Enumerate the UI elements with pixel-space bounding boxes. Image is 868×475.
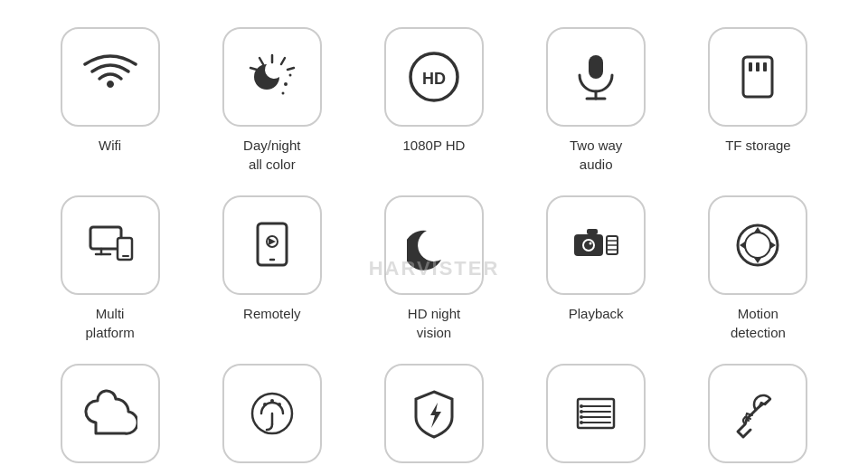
wrench-icon xyxy=(731,386,785,441)
svg-point-40 xyxy=(278,403,281,406)
hd-icon: HD xyxy=(407,50,461,104)
feature-playback2: Playback xyxy=(523,364,670,475)
feature-recording: Recording xyxy=(198,364,345,475)
night-vision-label: HD nightvision xyxy=(408,304,460,342)
microphone-icon xyxy=(569,50,623,104)
sd-card-icon xyxy=(731,50,785,104)
svg-point-7 xyxy=(281,92,284,95)
svg-point-35 xyxy=(745,233,770,258)
multi-platform-label: Multiplatform xyxy=(86,304,135,342)
cloud-icon-box xyxy=(61,364,160,463)
remotely-icon-box xyxy=(222,195,322,295)
multi-platform-icon xyxy=(83,218,137,272)
svg-point-48 xyxy=(580,415,583,419)
installation-icon-box xyxy=(708,364,807,463)
feature-wifi: Wifi xyxy=(36,27,184,174)
night-vision-icon-box xyxy=(384,195,484,295)
tablet-icon xyxy=(245,218,299,272)
wifi-icon xyxy=(83,50,137,104)
tf-label: TF storage xyxy=(725,136,791,155)
svg-rect-10 xyxy=(589,55,603,79)
cloud-icon xyxy=(83,386,137,441)
svg-line-3 xyxy=(259,58,263,64)
hd-icon-box: HD xyxy=(384,27,484,127)
feature-playback: Playback xyxy=(523,195,670,342)
feature-installation: Easyinstallation xyxy=(684,364,832,475)
svg-line-2 xyxy=(288,68,294,70)
wifi-icon-box xyxy=(61,27,160,127)
svg-point-28 xyxy=(590,242,592,245)
umbrella-icon xyxy=(245,386,299,441)
svg-rect-15 xyxy=(756,62,760,71)
svg-point-38 xyxy=(263,403,267,406)
feature-multi-platform: Multiplatform xyxy=(36,195,184,342)
shield-bolt-icon xyxy=(407,386,461,441)
playback-icon-box xyxy=(546,195,646,295)
feature-audio: Two wayaudio xyxy=(523,27,670,174)
svg-rect-29 xyxy=(587,229,598,234)
feature-hd: HD 1080P HD xyxy=(360,27,507,174)
feature-tf: TF storage xyxy=(684,27,832,174)
svg-point-27 xyxy=(584,241,593,250)
playback-label: Playback xyxy=(569,304,624,323)
moon-icon xyxy=(407,218,461,272)
svg-point-5 xyxy=(284,82,288,86)
svg-point-49 xyxy=(580,421,583,424)
feature-cloud: Cloud storage xyxy=(36,364,184,475)
hd-label: 1080P HD xyxy=(403,136,466,155)
night-vision2-icon-box xyxy=(384,364,484,463)
svg-line-4 xyxy=(250,68,257,70)
feature-night-vision2: HD nightvision xyxy=(360,364,507,475)
camera-video-icon xyxy=(569,218,623,272)
svg-rect-41 xyxy=(578,399,614,428)
motion-icon-box xyxy=(708,195,807,295)
svg-line-1 xyxy=(281,58,285,64)
recording-icon-box xyxy=(222,364,322,463)
svg-text:HD: HD xyxy=(422,70,446,88)
svg-point-46 xyxy=(580,404,583,408)
svg-point-47 xyxy=(580,410,583,413)
features-grid: Wifi Day/night xyxy=(0,0,868,475)
tf-icon-box xyxy=(708,27,807,127)
day-night-icon-box xyxy=(222,27,322,127)
motion-icon xyxy=(731,218,785,272)
day-night-label: Day/nightall color xyxy=(243,136,300,174)
lines-icon xyxy=(569,386,623,441)
multi-platform-icon-box xyxy=(61,195,160,295)
svg-point-6 xyxy=(288,74,291,77)
audio-label: Two wayaudio xyxy=(570,136,622,174)
svg-rect-16 xyxy=(763,62,767,71)
wifi-label: Wifi xyxy=(99,136,121,155)
svg-point-39 xyxy=(270,399,274,403)
page-wrapper: HARVISTER Wifi xyxy=(0,0,868,475)
feature-remotely: Remotely xyxy=(198,195,345,342)
svg-rect-14 xyxy=(749,62,752,71)
playback2-icon-box xyxy=(546,364,646,463)
motion-label: Motiondetection xyxy=(731,304,786,342)
remotely-label: Remotely xyxy=(243,304,300,323)
feature-night-vision: HD nightvision xyxy=(360,195,507,342)
feature-motion: Motiondetection xyxy=(684,195,832,342)
feature-day-night: Day/nightall color xyxy=(198,27,345,174)
audio-icon-box xyxy=(546,27,646,127)
day-night-icon xyxy=(245,50,299,104)
